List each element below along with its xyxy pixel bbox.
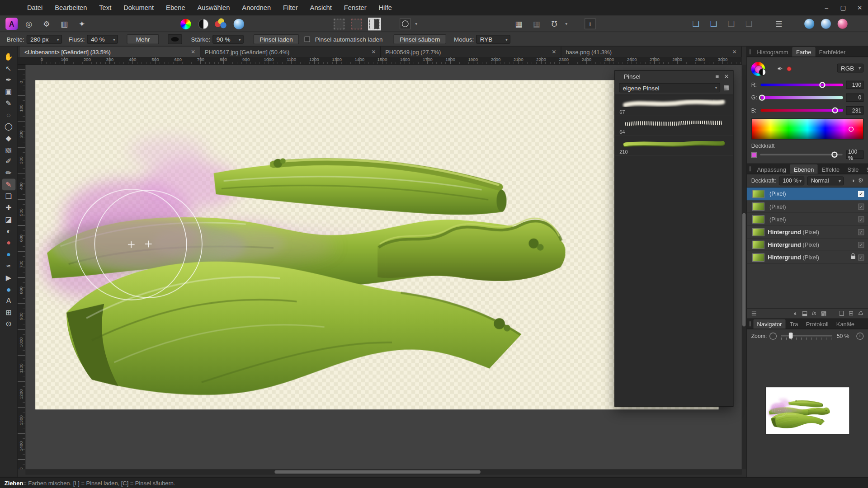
red-value[interactable]: 190 xyxy=(846,81,863,89)
red-slider-handle[interactable] xyxy=(819,82,825,88)
clone-stamp-tool[interactable]: ❏ xyxy=(2,190,15,202)
persona-develop-icon[interactable] xyxy=(838,19,848,29)
tab-close-icon[interactable]: ✕ xyxy=(191,49,195,55)
document-tab-ph00549[interactable]: PH00549.jpg (27.7%) ✕ xyxy=(381,47,561,57)
tab-transformieren[interactable]: Tra xyxy=(786,319,802,329)
layer-row[interactable]: Hintergrund(Pixel) ✓ xyxy=(747,239,868,251)
vertical-scrollbar[interactable] xyxy=(742,65,746,469)
layer-row[interactable]: Hintergrund(Pixel) ✓ xyxy=(747,251,868,264)
tab-ebenen[interactable]: Ebenen xyxy=(790,164,817,174)
layer-link-icon[interactable]: ☰ xyxy=(751,310,757,317)
snapping-magnet-icon[interactable]: Ω xyxy=(547,17,561,30)
node-tool[interactable]: ▶ xyxy=(2,272,15,283)
minimize-button[interactable]: – xyxy=(818,0,835,15)
brush-grid-view-icon[interactable]: ▦ xyxy=(723,84,729,91)
blur-tool[interactable]: ● xyxy=(2,249,15,260)
vertical-scrollbar-thumb[interactable] xyxy=(742,213,745,326)
view-tool[interactable]: ✋ xyxy=(2,51,15,63)
menu-datei[interactable]: Datei xyxy=(21,2,49,13)
document-tab-hase[interactable]: hase.png (41.3%) ✕ xyxy=(561,47,742,57)
mesh-warp-tool[interactable]: ⊞ xyxy=(2,306,15,318)
zoom-in-button[interactable]: + xyxy=(856,332,863,339)
rgb-balls-icon[interactable] xyxy=(214,17,227,30)
text-tool[interactable]: A xyxy=(2,295,15,307)
deckkraft-slider[interactable] xyxy=(760,154,842,155)
tab-histogramm[interactable]: Histogramm xyxy=(753,47,792,56)
layer-row[interactable]: (Pixel) ✓ xyxy=(747,200,868,213)
zoom-slider[interactable] xyxy=(781,335,832,336)
healing-brush-tool[interactable]: ✚ xyxy=(2,202,15,214)
pixel-tool[interactable]: ✏ xyxy=(2,167,15,179)
nodes-icon[interactable]: ✦ xyxy=(75,17,89,30)
tab-stock[interactable]: Stock xyxy=(863,164,868,174)
move-tool[interactable]: ↖ xyxy=(2,62,15,74)
tab-farbe[interactable]: Farbe xyxy=(792,47,815,56)
blue-value[interactable]: 231 xyxy=(846,106,863,114)
layer-opacity-select[interactable]: 100 % xyxy=(779,176,804,185)
pattern-icon[interactable]: ▩ xyxy=(821,310,826,317)
horizontal-scrollbar-thumb[interactable] xyxy=(274,470,481,474)
mask-circle-icon[interactable] xyxy=(400,18,410,29)
grid-icon[interactable]: ▦ xyxy=(512,17,525,30)
fx-icon[interactable]: fx xyxy=(812,310,816,317)
blue-slider-handle[interactable] xyxy=(832,108,838,113)
layer-visibility-checkbox[interactable]: ✓ xyxy=(858,241,864,247)
tab-stile[interactable]: Stile xyxy=(844,164,863,174)
eraser-tool[interactable]: ◪ xyxy=(2,214,15,225)
gradient-tool[interactable]: ▧ xyxy=(2,144,15,155)
arrange-back-icon[interactable]: ❏ xyxy=(742,17,755,30)
sphere-icon[interactable] xyxy=(232,17,245,30)
tab-close-icon[interactable]: ✕ xyxy=(371,49,376,55)
gear-icon[interactable]: ⚙ xyxy=(40,17,53,30)
zoom-value[interactable]: 50 % xyxy=(837,333,849,339)
donut-icon[interactable]: ◎ xyxy=(22,17,35,30)
horizontal-scrollbar[interactable] xyxy=(25,469,741,474)
close-button[interactable]: ✕ xyxy=(851,0,868,15)
brush-category-select[interactable]: eigene Pinsel xyxy=(619,83,720,93)
snapping-dropdown-icon[interactable]: ▾ xyxy=(565,21,567,26)
layer-visibility-checkbox[interactable]: ✓ xyxy=(858,254,864,260)
brush-tip-preview[interactable] xyxy=(168,34,182,44)
modus-select[interactable]: RYB xyxy=(476,35,510,44)
info-icon[interactable]: i xyxy=(585,18,595,29)
tab-close-icon[interactable]: ✕ xyxy=(552,49,556,55)
auto-load-checkbox[interactable] xyxy=(304,36,310,42)
red-slider[interactable] xyxy=(760,84,843,86)
menu-fenster[interactable]: Fenster xyxy=(338,2,373,13)
black-white-swatch[interactable] xyxy=(759,69,766,76)
menu-text[interactable]: Text xyxy=(93,2,118,13)
layer-visibility-checkbox[interactable]: ✓ xyxy=(858,216,864,222)
layer-row[interactable]: (Pixel) ✓ xyxy=(747,188,868,200)
document-tab-unbenannt[interactable]: <Unbenannt> [Geändert] (33.5%) ✕ xyxy=(20,47,200,57)
layer-row[interactable]: Hintergrund(Pixel) ✓ xyxy=(747,226,868,239)
menu-hilfe[interactable]: Hilfe xyxy=(373,2,398,13)
staerke-select[interactable]: 90 % xyxy=(212,35,244,44)
layer-visibility-checkbox[interactable]: ✓ xyxy=(858,203,864,209)
smudge-tool[interactable]: ≈ xyxy=(2,260,15,272)
spectrum-indicator[interactable] xyxy=(849,127,854,131)
layer-row[interactable]: (Pixel) ✓ xyxy=(747,213,868,225)
brush-item[interactable]: 64 xyxy=(615,116,733,136)
navigator-preview[interactable] xyxy=(766,387,849,434)
grid-options-icon[interactable]: ▦ xyxy=(530,17,543,30)
histogram-icon[interactable]: ▥ xyxy=(57,17,71,30)
tab-farbfelder[interactable]: Farbfelder xyxy=(815,47,849,56)
paint-mixer-brush-tool[interactable]: ✎ xyxy=(2,179,15,191)
zoom-slider-handle[interactable] xyxy=(789,333,793,338)
delete-layer-icon[interactable]: ♺ xyxy=(858,310,863,317)
color-mode-select[interactable]: RGB xyxy=(837,64,863,73)
selection-new-icon[interactable] xyxy=(332,17,345,30)
marquee-ellipse-tool[interactable]: ◯ xyxy=(2,121,15,132)
tab-kanaele[interactable]: Kanäle xyxy=(832,319,858,329)
color-picker-tool[interactable]: ✒ xyxy=(2,74,15,86)
menu-bearbeiten[interactable]: Bearbeiten xyxy=(49,2,93,13)
mehr-button[interactable]: Mehr xyxy=(127,34,159,44)
blue-slider[interactable] xyxy=(760,109,843,112)
pinsel-saeubern-button[interactable]: Pinsel säubern xyxy=(394,34,446,44)
add-layer-icon[interactable]: ⊞ xyxy=(849,310,854,317)
menu-auswaehlen[interactable]: Auswählen xyxy=(191,2,236,13)
secondary-color-swatch[interactable] xyxy=(787,66,792,71)
blend-mode-select[interactable]: Normal xyxy=(807,176,844,185)
mask-icon[interactable]: ⬓ xyxy=(802,310,808,317)
selection-subtract-icon[interactable] xyxy=(350,17,363,30)
